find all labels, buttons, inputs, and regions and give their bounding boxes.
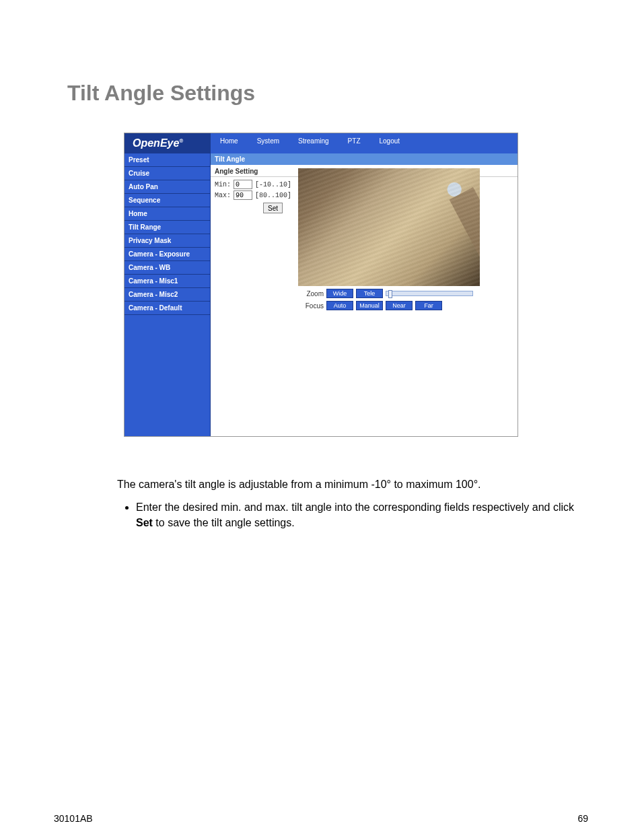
- zoom-slider[interactable]: [386, 291, 473, 296]
- sidebar: Preset Cruise Auto Pan Sequence Home Til…: [124, 153, 211, 436]
- logo: OpenEye®: [124, 133, 211, 153]
- instruction-bullet: Enter the desired min. and max. tilt ang…: [136, 500, 588, 530]
- max-range: [80..100]: [255, 192, 291, 199]
- min-label: Min:: [215, 181, 231, 188]
- body-text: The camera's tilt angle is adjustable fr…: [0, 437, 642, 530]
- sidebar-home[interactable]: Home: [124, 207, 210, 221]
- app-screenshot: OpenEye® Home System Streaming PTZ Logou…: [124, 133, 518, 437]
- sidebar-sequence[interactable]: Sequence: [124, 194, 210, 207]
- content-header: Tilt Angle: [211, 153, 518, 165]
- video-panel: Zoom Wide Tele Focus Auto Manual Near Fa…: [298, 168, 480, 310]
- min-range: [-10..10]: [255, 181, 291, 188]
- sidebar-tilt-range[interactable]: Tilt Range: [124, 221, 210, 234]
- doc-id: 30101AB: [54, 813, 93, 824]
- video-feed: [298, 168, 480, 286]
- sidebar-cruise[interactable]: Cruise: [124, 167, 210, 180]
- page-number: 69: [577, 813, 588, 824]
- max-label: Max:: [215, 192, 231, 199]
- sidebar-camera-misc2[interactable]: Camera - Misc2: [124, 288, 210, 302]
- nav-system[interactable]: System: [248, 133, 289, 153]
- content-panel: Tilt Angle Angle Setting Min: [-10..10] …: [211, 153, 518, 436]
- top-bar: OpenEye® Home System Streaming PTZ Logou…: [124, 133, 518, 153]
- zoom-slider-thumb[interactable]: [388, 290, 392, 298]
- max-input[interactable]: [234, 190, 252, 200]
- focus-auto-button[interactable]: Auto: [326, 301, 353, 310]
- nav-home[interactable]: Home: [211, 133, 248, 153]
- focus-near-button[interactable]: Near: [386, 301, 413, 310]
- sidebar-camera-misc1[interactable]: Camera - Misc1: [124, 275, 210, 288]
- sidebar-preset[interactable]: Preset: [124, 153, 210, 167]
- nav-streaming[interactable]: Streaming: [289, 133, 338, 153]
- nav-ptz[interactable]: PTZ: [338, 133, 370, 153]
- focus-manual-button[interactable]: Manual: [356, 301, 383, 310]
- nav-logout[interactable]: Logout: [370, 133, 410, 153]
- sidebar-camera-default[interactable]: Camera - Default: [124, 302, 210, 315]
- description-paragraph: The camera's tilt angle is adjustable fr…: [117, 477, 588, 492]
- zoom-tele-button[interactable]: Tele: [356, 289, 383, 298]
- sidebar-auto-pan[interactable]: Auto Pan: [124, 180, 210, 194]
- footer: 30101AB 69: [54, 813, 588, 824]
- nav-tabs: Home System Streaming PTZ Logout: [211, 133, 518, 153]
- zoom-wide-button[interactable]: Wide: [326, 289, 353, 298]
- focus-label: Focus: [298, 302, 324, 310]
- focus-far-button[interactable]: Far: [415, 301, 442, 310]
- zoom-label: Zoom: [298, 290, 324, 298]
- page-title: Tilt Angle Settings: [67, 81, 575, 106]
- sidebar-privacy-mask[interactable]: Privacy Mask: [124, 234, 210, 248]
- min-input[interactable]: [234, 180, 252, 189]
- sidebar-camera-wb[interactable]: Camera - WB: [124, 261, 210, 275]
- sidebar-camera-exposure[interactable]: Camera - Exposure: [124, 248, 210, 261]
- set-button[interactable]: Set: [263, 203, 283, 213]
